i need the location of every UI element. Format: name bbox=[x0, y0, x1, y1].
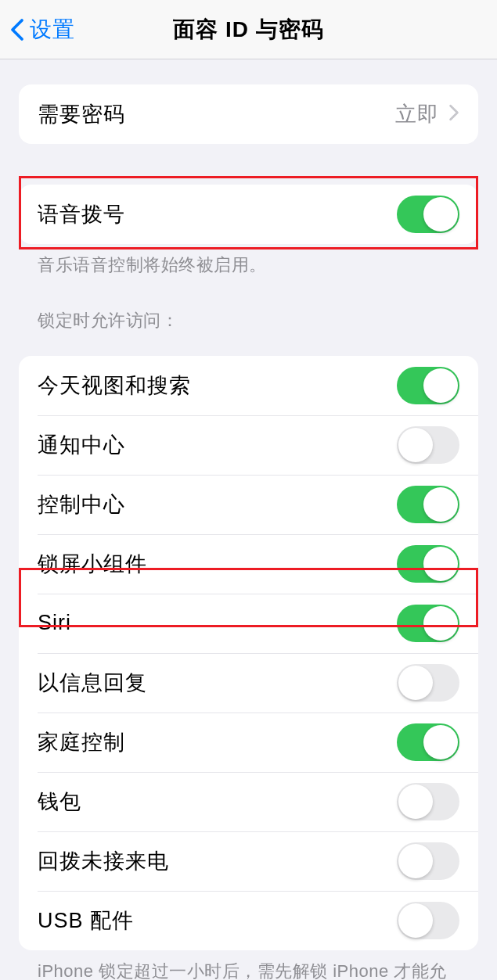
toggle-lock-access-item[interactable] bbox=[397, 902, 459, 939]
row-voice-dial: 语音拨号 bbox=[19, 185, 478, 244]
toggle-lock-access-item[interactable] bbox=[397, 545, 459, 583]
chevron-left-icon bbox=[9, 17, 25, 42]
row-lock-access-item: Siri bbox=[19, 594, 478, 653]
toggle-knob bbox=[398, 844, 433, 878]
toggle-lock-access-item[interactable] bbox=[397, 426, 459, 464]
toggle-knob bbox=[423, 606, 458, 641]
back-button[interactable]: 设置 bbox=[0, 15, 75, 45]
row-lock-access-item: 以信息回复 bbox=[19, 653, 478, 713]
row-lock-access-item: 今天视图和搜索 bbox=[19, 356, 478, 415]
row-label: 通知中心 bbox=[38, 431, 397, 459]
row-label: 锁屏小组件 bbox=[38, 550, 397, 578]
chevron-right-icon bbox=[448, 104, 459, 124]
toggle-knob bbox=[423, 487, 458, 522]
row-require-passcode[interactable]: 需要密码 立即 bbox=[19, 84, 478, 144]
row-label: 语音拨号 bbox=[38, 200, 397, 228]
toggle-lock-access-item[interactable] bbox=[397, 486, 459, 523]
toggle-lock-access-item[interactable] bbox=[397, 723, 459, 761]
row-lock-access-item: 锁屏小组件 bbox=[19, 534, 478, 594]
toggle-lock-access-item[interactable] bbox=[397, 605, 459, 642]
toggle-knob bbox=[398, 428, 433, 462]
navigation-bar: 设置 面容 ID 与密码 bbox=[0, 0, 497, 59]
row-label: 回拨未接来电 bbox=[38, 847, 397, 875]
row-label: 今天视图和搜索 bbox=[38, 372, 397, 400]
row-label: USB 配件 bbox=[38, 906, 397, 935]
row-label: 需要密码 bbox=[38, 100, 395, 128]
row-lock-access-item: 家庭控制 bbox=[19, 713, 478, 772]
back-label: 设置 bbox=[30, 15, 75, 45]
toggle-knob bbox=[398, 784, 433, 819]
group-voice-dial: 语音拨号 bbox=[19, 185, 478, 244]
row-label: Siri bbox=[38, 611, 397, 635]
row-lock-access-item: 钱包 bbox=[19, 772, 478, 831]
toggle-voice-dial[interactable] bbox=[397, 196, 459, 233]
row-label: 家庭控制 bbox=[38, 728, 397, 756]
row-lock-access-item: 通知中心 bbox=[19, 415, 478, 475]
footer-voice-dial: 音乐语音控制将始终被启用。 bbox=[19, 244, 478, 278]
group-lock-access: 今天视图和搜索通知中心控制中心锁屏小组件Siri以信息回复家庭控制钱包回拨未接来… bbox=[19, 356, 478, 950]
section-header-lock-access: 锁定时允许访问： bbox=[19, 309, 478, 340]
toggle-knob bbox=[423, 197, 458, 232]
footer-lock-access: iPhone 锁定超过一小时后，需先解锁 iPhone 才能允许USB 配件连接… bbox=[19, 950, 478, 980]
row-label: 控制中心 bbox=[38, 490, 397, 519]
toggle-knob bbox=[423, 368, 458, 403]
toggle-knob bbox=[423, 547, 458, 581]
row-label: 以信息回复 bbox=[38, 669, 397, 697]
toggle-lock-access-item[interactable] bbox=[397, 842, 459, 880]
group-require-passcode: 需要密码 立即 bbox=[19, 84, 478, 144]
toggle-lock-access-item[interactable] bbox=[397, 783, 459, 820]
toggle-knob bbox=[398, 666, 433, 700]
page-title: 面容 ID 与密码 bbox=[173, 15, 324, 45]
row-lock-access-item: 回拨未接来电 bbox=[19, 831, 478, 891]
toggle-lock-access-item[interactable] bbox=[397, 367, 459, 404]
row-label: 钱包 bbox=[38, 788, 397, 816]
row-lock-access-item: 控制中心 bbox=[19, 475, 478, 534]
toggle-knob bbox=[398, 903, 433, 938]
toggle-knob bbox=[423, 725, 458, 759]
row-value: 立即 bbox=[395, 100, 439, 128]
toggle-lock-access-item[interactable] bbox=[397, 664, 459, 702]
row-lock-access-item: USB 配件 bbox=[19, 891, 478, 950]
